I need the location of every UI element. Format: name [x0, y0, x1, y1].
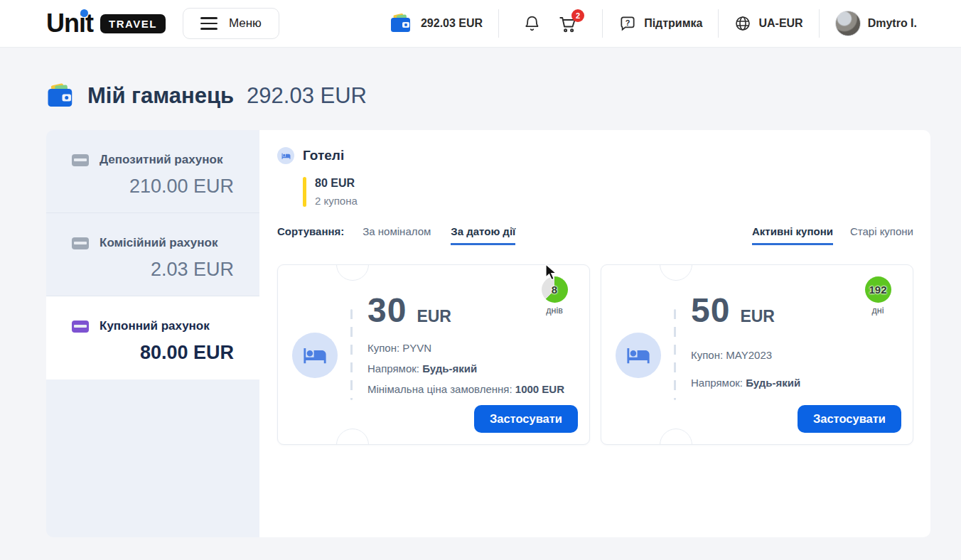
top-header: Unit TRAVEL Меню 292.03 EUR: [0, 0, 961, 48]
logo-brand: Unit: [46, 9, 93, 38]
section-hotels: Готелі: [277, 147, 913, 164]
cart-button[interactable]: 2: [558, 14, 578, 33]
apply-coupon-button[interactable]: Застосувати: [474, 405, 578, 433]
header-divider: [819, 9, 820, 38]
page-title: Мій гаманець 292.03 EUR: [46, 83, 961, 109]
wallet-container: Депозитний рахунок 210.00 EUR Комісійний…: [46, 130, 928, 537]
bed-icon: [277, 147, 294, 164]
chat-question-icon: ?: [618, 14, 637, 33]
sidebar-item-deposit-account[interactable]: Депозитний рахунок 210.00 EUR: [46, 130, 259, 213]
support-label: Підтримка: [644, 17, 702, 30]
header-divider: [602, 9, 603, 38]
account-amount: 210.00 EUR: [72, 176, 234, 198]
section-title: Готелі: [303, 148, 344, 163]
coupon-cards: 30 EUR 8 днів Купон: PYVN Напрямок: Будь…: [277, 264, 913, 445]
header-divider: [718, 9, 719, 38]
menu-button[interactable]: Меню: [183, 8, 279, 39]
ticket-notch: [660, 429, 692, 445]
accounts-sidebar: Депозитний рахунок 210.00 EUR Комісійний…: [46, 130, 259, 537]
days-pie: 192: [865, 276, 891, 303]
wallet-icon: [46, 83, 75, 109]
bell-icon: [523, 14, 541, 33]
account-amount: 2.03 EUR: [72, 259, 234, 281]
avatar: [835, 11, 861, 36]
section-summary: 80 EUR 2 купона: [303, 177, 913, 207]
days-pie: 8: [542, 276, 568, 303]
account-label: Купонний рахунок: [100, 319, 210, 333]
summary-bar: [303, 177, 306, 207]
summary-total: 80 EUR: [315, 177, 358, 190]
account-label: Депозитний рахунок: [100, 153, 222, 167]
hamburger-icon: [200, 17, 218, 30]
user-menu[interactable]: Dmytro I.: [835, 11, 917, 36]
coupon-value: 30 EUR: [367, 291, 451, 330]
coupon-card: 50 EUR 192 дні Купон: MAY2023 Напрямок: …: [601, 264, 913, 445]
card-icon: [72, 154, 89, 166]
logo[interactable]: Unit TRAVEL: [46, 9, 166, 38]
card-icon: [72, 321, 89, 333]
days-left-badge: 8 днів: [531, 276, 578, 316]
user-name: Dmytro I.: [868, 17, 917, 30]
account-amount: 80.00 EUR: [72, 342, 234, 364]
tab-old-coupons[interactable]: Старі купони: [850, 225, 913, 245]
support-button[interactable]: ? Підтримка: [618, 14, 702, 33]
locale-selector[interactable]: UA-EUR: [734, 15, 802, 32]
bed-icon: [292, 333, 338, 378]
coupon-fields: Купон: MAY2023 Напрямок: Будь-який: [691, 349, 800, 404]
days-left-badge: 192 дні: [854, 276, 901, 316]
header-divider: [498, 9, 499, 38]
svg-text:?: ?: [626, 18, 630, 27]
days-label: днів: [531, 306, 578, 316]
coupon-fields: Купон: PYVN Напрямок: Будь-який Мінімаль…: [367, 342, 564, 404]
bed-icon: [616, 333, 661, 378]
locale-label: UA-EUR: [758, 17, 802, 30]
tab-active-coupons[interactable]: Активні купони: [752, 225, 833, 245]
coupon-value: 50 EUR: [691, 291, 775, 330]
sort-option-date[interactable]: За датою дії: [451, 225, 515, 245]
sidebar-item-commission-account[interactable]: Комісійний рахунок 2.03 EUR: [46, 213, 259, 296]
cart-count-badge: 2: [571, 9, 584, 22]
sort-and-tabs-row: Сортування: За номіналом За датою дії Ак…: [277, 225, 913, 245]
account-label: Комісійний рахунок: [100, 236, 218, 250]
sidebar-item-coupon-account[interactable]: Купонний рахунок 80.00 EUR: [46, 296, 259, 379]
ticket-perforation: [350, 309, 353, 400]
ticket-notch: [336, 429, 369, 445]
page-title-text: Мій гаманець: [87, 83, 234, 109]
logo-dot: [80, 9, 88, 17]
menu-label: Меню: [229, 16, 262, 31]
card-icon: [72, 237, 89, 249]
page-title-amount: 292.03 EUR: [247, 83, 367, 109]
sorting-label: Сортування:: [277, 225, 344, 237]
coupon-tabs: Активні купони Старі купони: [752, 225, 913, 245]
apply-coupon-button[interactable]: Застосувати: [798, 405, 901, 433]
days-label: дні: [854, 306, 901, 316]
notifications-button[interactable]: [523, 14, 541, 33]
logo-badge: TRAVEL: [100, 14, 166, 33]
header-balance-text: 292.03 EUR: [421, 17, 483, 30]
wallet-icon: [390, 14, 412, 33]
coupons-panel: Готелі 80 EUR 2 купона Сортування: За но…: [259, 130, 930, 537]
ticket-notch: [336, 264, 369, 281]
header-wallet-balance[interactable]: 292.03 EUR: [390, 14, 483, 33]
ticket-notch: [660, 264, 692, 281]
coupon-card: 30 EUR 8 днів Купон: PYVN Напрямок: Будь…: [277, 264, 590, 445]
sort-option-nominal[interactable]: За номіналом: [363, 225, 431, 243]
ticket-perforation: [674, 309, 676, 400]
summary-count: 2 купона: [315, 195, 358, 207]
globe-icon: [734, 15, 751, 32]
